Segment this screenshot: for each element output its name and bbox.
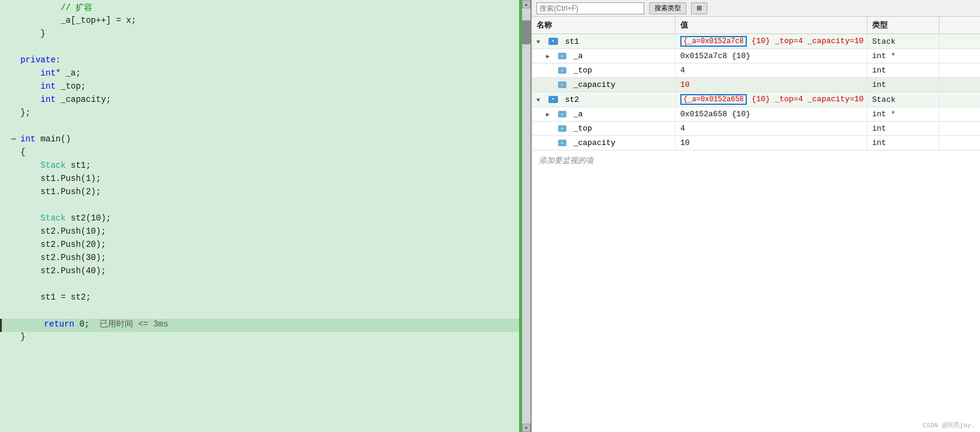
code-line: st2.Push(10); [0, 226, 530, 240]
highlighted-value-box: {_a=0x0152a7c8 [680, 36, 747, 47]
expand-arrow-icon[interactable]: ▶ [546, 53, 553, 60]
var-icon: ▪ [548, 38, 558, 45]
var-name-cell: ▼ ▪ st2 [532, 93, 676, 106]
var-icon-small: ▪ [558, 67, 566, 74]
table-row[interactable]: ▪ _top 4 int [532, 122, 980, 136]
table-row[interactable]: ▶ ▪ _a 0x0152a658 {10} int * [532, 107, 980, 122]
var-icon-small: ▪ [558, 81, 566, 88]
var-type-cell: int [867, 137, 939, 149]
var-type-cell: Stack [867, 35, 939, 48]
var-value-cell: 10 [676, 137, 867, 149]
table-row[interactable]: ▼ ▪ st1 {_a=0x0152a7c8 {10} _top=4 _capa… [532, 34, 980, 49]
code-line [0, 279, 530, 292]
header-value: 值 [676, 17, 867, 34]
code-line [0, 306, 530, 319]
expand-arrow-icon[interactable]: ▶ [546, 111, 553, 118]
var-icon: ▪ [548, 96, 558, 103]
var-type-cell: int [867, 64, 939, 77]
table-row[interactable]: ▪ _top 4 int [532, 64, 980, 78]
var-icon-small: ▪ [558, 53, 566, 59]
code-line: ⋯ int main() [0, 134, 530, 147]
panel-footer: CSDN @阿亮joy. [532, 420, 980, 432]
code-line: st1.Push(2); [0, 187, 530, 200]
code-line: } [0, 332, 530, 345]
watermark-text: CSDN @阿亮joy. [922, 421, 975, 430]
var-type-cell: int * [867, 50, 939, 62]
table-row[interactable]: ▪ _capacity 10 int [532, 136, 980, 150]
var-name-cell: ▪ _capacity [532, 78, 676, 91]
code-line: int* _a; [0, 68, 530, 81]
expand-arrow-icon[interactable]: ▼ [536, 97, 544, 104]
var-name-cell: ▶ ▪ _a [532, 50, 676, 62]
var-type-cell: int [867, 78, 939, 91]
code-line: int _top; [0, 81, 530, 95]
code-content: // 扩容 _a[_top++] = x; } private: int* _a… [0, 0, 530, 432]
code-line [0, 42, 530, 55]
scroll-up-button[interactable]: ▲ [522, 0, 530, 8]
var-type-cell: Stack [867, 93, 939, 106]
watch-table-header: 名称 值 类型 [532, 17, 980, 34]
var-name-cell: ▪ _capacity [532, 137, 676, 149]
code-line: Stack st1; [0, 161, 530, 174]
code-line: _a[_top++] = x; [0, 16, 530, 29]
code-line: st2.Push(30); [0, 253, 530, 266]
var-icon-small: ▪ [558, 140, 566, 146]
var-value-cell: 10 [676, 78, 867, 91]
header-name: 名称 [532, 17, 676, 34]
var-value-cell: 0x0152a658 {10} [676, 108, 867, 120]
watch-panel: 搜索类型 ⊞ 名称 值 类型 ▼ ▪ st1 {_a=0x0152a7c8 {1… [530, 0, 980, 432]
var-icon-small: ▪ [558, 111, 566, 117]
code-line: st1 = st2; [0, 292, 530, 306]
var-value-cell: 4 [676, 64, 867, 77]
scroll-thumb[interactable] [522, 20, 530, 44]
code-line [0, 121, 530, 134]
var-icon-small: ▪ [558, 125, 566, 132]
code-line: int _capacity; [0, 95, 530, 108]
code-line: private: [0, 55, 530, 68]
search-input[interactable] [536, 2, 644, 14]
code-line: }; [0, 108, 530, 121]
code-line: // 扩容 [0, 2, 530, 16]
var-type-cell: int [867, 122, 939, 135]
code-line: Stack st2(10); [0, 213, 530, 226]
var-name-cell: ▶ ▪ _a [532, 108, 676, 120]
code-line [0, 200, 530, 213]
watch-options-button[interactable]: ⊞ [691, 2, 707, 14]
cursor-indicator [0, 319, 2, 332]
var-type-cell: int * [867, 108, 939, 120]
table-row[interactable]: ▼ ▪ st2 {_a=0x0152a658 {10} _top=4 _capa… [532, 92, 980, 107]
var-value-cell: 0x0152a7c8 {10} [676, 50, 867, 62]
watch-toolbar: 搜索类型 ⊞ [532, 0, 980, 17]
code-line: st1.Push(1); [0, 174, 530, 187]
header-type: 类型 [867, 17, 939, 34]
var-value-cell: {_a=0x0152a7c8 {10} _top=4 _capacity=10 … [676, 34, 867, 49]
code-line: } [0, 29, 530, 42]
var-value-cell: {_a=0x0152a658 {10} _top=4 _capacity=10 … [676, 92, 867, 107]
var-name-cell: ▼ ▪ st1 [532, 35, 676, 48]
var-name-cell: ▪ _top [532, 122, 676, 135]
add-watch-hint[interactable]: 添加要监视的项 [532, 150, 980, 171]
code-line: { [0, 147, 530, 161]
code-scrollbar[interactable]: ▲ ▼ [522, 0, 530, 432]
table-row[interactable]: ▶ ▪ _a 0x0152a7c8 {10} int * [532, 49, 980, 64]
current-code-line: return 0; 已用时间 <= 3ms [0, 319, 530, 332]
var-value-cell: 4 [676, 122, 867, 135]
var-name-cell: ▪ _top [532, 64, 676, 77]
code-line: st2.Push(20); [0, 240, 530, 253]
watch-table: 名称 值 类型 ▼ ▪ st1 {_a=0x0152a7c8 {10} _top… [532, 17, 980, 420]
table-row[interactable]: ▪ _capacity 10 int [532, 78, 980, 92]
code-line: st2.Push(40); [0, 266, 530, 279]
scroll-track[interactable] [522, 8, 530, 424]
code-editor-panel: // 扩容 _a[_top++] = x; } private: int* _a… [0, 0, 530, 432]
expand-arrow-icon[interactable]: ▼ [536, 39, 544, 46]
search-type-button[interactable]: 搜索类型 [649, 2, 686, 14]
scroll-down-button[interactable]: ▼ [522, 424, 530, 432]
highlighted-value-box: {_a=0x0152a658 [680, 94, 747, 105]
